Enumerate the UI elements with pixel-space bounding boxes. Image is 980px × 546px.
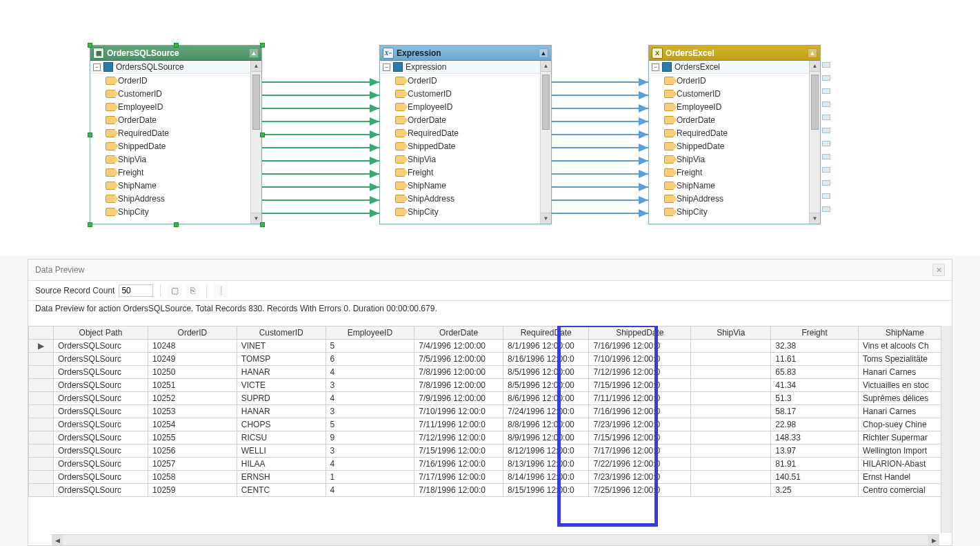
table-row[interactable]: OrdersSQLSourc10252SUPRD47/9/1996 12:00:… — [29, 392, 952, 405]
cell[interactable]: 7/8/1996 12:00:00 — [414, 366, 503, 379]
field-item[interactable]: EmployeeID — [649, 100, 820, 113]
cell[interactable]: 7/15/1996 12:00:0 — [414, 445, 503, 458]
cell[interactable]: 10259 — [148, 484, 237, 497]
scroll-down-icon[interactable]: ▼ — [810, 213, 820, 224]
output-port[interactable] — [822, 88, 830, 94]
node-orders-excel[interactable]: X OrdersExcel ▲ − OrdersExcel OrderIDCus… — [648, 45, 821, 224]
field-item[interactable]: OrderID — [380, 74, 551, 87]
cell[interactable]: 7/17/1996 12:00:0 — [414, 471, 503, 484]
field-item[interactable]: CustomerID — [380, 87, 551, 100]
root-row[interactable]: − OrdersSQLSource — [90, 61, 261, 74]
cell[interactable]: 51.3 — [771, 392, 859, 405]
cell[interactable]: CHOPS — [237, 418, 326, 431]
cell[interactable]: OrdersSQLSourc — [53, 405, 148, 418]
cell[interactable]: Richter Supermar — [858, 431, 951, 445]
field-item[interactable]: ShippedDate — [380, 139, 551, 153]
node-header[interactable]: X OrdersExcel ▲ — [649, 46, 820, 61]
grid-vscroll[interactable] — [941, 326, 952, 533]
cell[interactable]: 8/15/1996 12:00:0 — [503, 484, 589, 497]
cell[interactable]: 4 — [326, 366, 414, 379]
table-row[interactable]: OrdersSQLSourc10253HANAR37/10/1996 12:00… — [29, 405, 952, 418]
root-row[interactable]: − Expression — [380, 61, 551, 74]
cell[interactable]: 10254 — [148, 418, 237, 431]
table-row[interactable]: OrdersSQLSourc10256WELLI37/15/1996 12:00… — [29, 445, 952, 458]
row-selector[interactable] — [29, 458, 54, 471]
cell[interactable]: 7/25/1996 12:00:0 — [589, 484, 691, 497]
cell[interactable]: 7/23/1996 12:00:0 — [589, 471, 691, 484]
table-row[interactable]: OrdersSQLSourc10257HILAA47/16/1996 12:00… — [29, 458, 952, 471]
cell[interactable]: 10257 — [148, 458, 237, 471]
cell[interactable]: Vins et alcools Ch — [858, 340, 951, 353]
field-item[interactable]: ShipVia — [90, 153, 261, 166]
cell[interactable] — [691, 405, 771, 418]
cell[interactable]: 3 — [326, 379, 414, 392]
cell[interactable]: 10250 — [148, 366, 237, 379]
cell[interactable]: 7/11/1996 12:00:0 — [414, 418, 503, 431]
cell[interactable]: OrdersSQLSourc — [53, 379, 148, 392]
node-scrollbar[interactable]: ▲ ▼ — [809, 61, 820, 224]
field-item[interactable]: ShipName — [649, 179, 820, 192]
column-header[interactable]: RequiredDate — [503, 326, 589, 340]
cell[interactable]: 10253 — [148, 405, 237, 418]
collapse-icon[interactable]: ▲ — [808, 48, 817, 58]
field-item[interactable]: ShipName — [380, 179, 551, 192]
cell[interactable]: 7/15/1996 12:00:0 — [589, 379, 691, 392]
cell[interactable]: Hanari Carnes — [858, 366, 951, 379]
cell[interactable]: 32.38 — [771, 340, 859, 353]
cell[interactable]: 41.34 — [771, 379, 859, 392]
field-item[interactable]: OrderID — [649, 74, 820, 87]
node-header[interactable]: X= Expression ▲ — [380, 46, 551, 61]
selection-handle[interactable] — [174, 43, 179, 48]
table-row[interactable]: ▶OrdersSQLSourc10248VINET57/4/1996 12:00… — [29, 340, 952, 353]
row-selector[interactable]: ▶ — [29, 340, 54, 353]
cell[interactable]: OrdersSQLSourc — [53, 353, 148, 366]
cell[interactable] — [691, 392, 771, 405]
field-item[interactable]: OrderDate — [380, 113, 551, 126]
cell[interactable]: 3.25 — [771, 484, 859, 497]
close-icon[interactable]: ✕ — [932, 264, 945, 276]
field-item[interactable]: RequiredDate — [90, 126, 261, 139]
output-port[interactable] — [822, 193, 830, 199]
collapse-icon[interactable]: ▲ — [249, 48, 259, 58]
cell[interactable]: Suprêmes délices — [858, 392, 951, 405]
cell[interactable]: 3 — [326, 405, 414, 418]
cell[interactable]: 5 — [326, 418, 414, 431]
cell[interactable]: 7/10/1996 12:00:0 — [414, 405, 503, 418]
table-row[interactable]: OrdersSQLSourc10258ERNSH17/17/1996 12:00… — [29, 471, 952, 484]
cell[interactable]: 3 — [326, 445, 414, 458]
selection-handle[interactable] — [88, 222, 92, 227]
cell[interactable] — [691, 471, 771, 484]
field-item[interactable]: CustomerID — [649, 87, 820, 100]
cell[interactable]: 5 — [326, 340, 414, 353]
cell[interactable]: 7/17/1996 12:00:0 — [589, 445, 691, 458]
cell[interactable] — [691, 366, 771, 379]
cell[interactable]: 7/8/1996 12:00:00 — [414, 379, 503, 392]
field-item[interactable]: Freight — [380, 166, 551, 179]
preview-grid[interactable]: Object PathOrderIDCustomerIDEmployeeIDOr… — [28, 326, 952, 533]
cell[interactable] — [691, 340, 771, 353]
table-row[interactable]: OrdersSQLSourc10250HANAR47/8/1996 12:00:… — [29, 366, 952, 379]
scroll-thumb[interactable] — [811, 75, 819, 130]
node-orders-sql-source[interactable]: ▦ OrdersSQLSource ▲ − OrdersSQLSource Or… — [90, 45, 262, 224]
output-port[interactable] — [822, 75, 830, 81]
table-row[interactable]: OrdersSQLSourc10251VICTE37/8/1996 12:00:… — [29, 379, 952, 392]
selection-handle[interactable] — [88, 133, 92, 137]
cell[interactable]: 8/8/1996 12:00:00 — [503, 418, 589, 431]
cell[interactable]: Victuailles en stoc — [858, 379, 951, 392]
scroll-thumb[interactable] — [252, 75, 260, 130]
cell[interactable]: 8/13/1996 12:00:0 — [503, 458, 589, 471]
field-item[interactable]: OrderID — [90, 74, 261, 87]
cell[interactable]: OrdersSQLSourc — [53, 340, 148, 353]
cell[interactable]: Ernst Handel — [858, 471, 951, 484]
field-item[interactable]: ShipCity — [649, 205, 820, 218]
cell[interactable]: 148.33 — [771, 431, 859, 445]
cell[interactable]: Toms Spezialitäte — [858, 353, 951, 366]
cell[interactable]: 140.51 — [771, 471, 859, 484]
cell[interactable] — [691, 458, 771, 471]
cell[interactable]: 7/22/1996 12:00:0 — [589, 458, 691, 471]
cell[interactable]: VINET — [237, 340, 326, 353]
row-selector[interactable] — [29, 353, 54, 366]
cell[interactable]: 7/9/1996 12:00:00 — [414, 392, 503, 405]
cell[interactable]: 8/5/1996 12:00:00 — [503, 379, 589, 392]
cell[interactable]: OrdersSQLSourc — [53, 458, 148, 471]
